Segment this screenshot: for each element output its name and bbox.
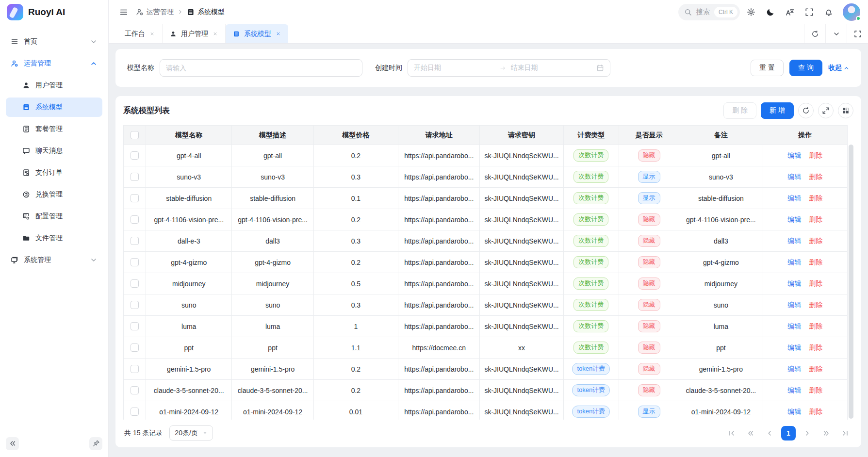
row-checkbox[interactable] bbox=[131, 279, 139, 288]
next-group-button[interactable] bbox=[819, 426, 834, 441]
close-icon[interactable] bbox=[276, 31, 281, 36]
settings-button[interactable] bbox=[743, 4, 759, 20]
sidebar-item-package-management[interactable]: 套餐管理 bbox=[6, 119, 102, 139]
model-name-input[interactable] bbox=[160, 59, 362, 77]
cell-model-desc: ppt bbox=[232, 337, 313, 359]
brand[interactable]: Ruoyi AI bbox=[0, 0, 108, 24]
global-search[interactable]: 搜索 Ctrl K bbox=[678, 4, 740, 20]
pin-sidebar-button[interactable] bbox=[89, 437, 102, 450]
sidebar-item-chat-messages[interactable]: 聊天消息 bbox=[6, 141, 102, 161]
delete-button[interactable]: 删 除 bbox=[723, 102, 756, 119]
edit-link[interactable]: 编辑 bbox=[787, 343, 801, 351]
table-scrollbar[interactable] bbox=[849, 145, 853, 419]
sidebar-item-system-management[interactable]: 系统管理 bbox=[6, 250, 102, 270]
breadcrumb-section[interactable]: 运营管理 bbox=[136, 8, 174, 16]
column-settings-button[interactable] bbox=[838, 103, 853, 118]
edit-link[interactable]: 编辑 bbox=[787, 322, 801, 330]
edit-link[interactable]: 编辑 bbox=[787, 237, 801, 245]
delete-link[interactable]: 删除 bbox=[809, 386, 822, 394]
select-all-checkbox[interactable] bbox=[131, 131, 139, 139]
edit-link[interactable]: 编辑 bbox=[787, 215, 801, 223]
close-icon[interactable] bbox=[149, 31, 155, 36]
row-checkbox[interactable] bbox=[131, 408, 139, 416]
edit-link[interactable]: 编辑 bbox=[787, 194, 801, 202]
page-number-button[interactable]: 1 bbox=[781, 426, 796, 441]
tab-menu-button[interactable] bbox=[825, 24, 847, 43]
delete-link[interactable]: 删除 bbox=[809, 279, 822, 287]
close-icon[interactable] bbox=[213, 31, 218, 36]
row-checkbox[interactable] bbox=[131, 258, 139, 266]
row-checkbox[interactable] bbox=[131, 151, 139, 160]
edit-link[interactable]: 编辑 bbox=[787, 408, 801, 415]
cell-model-price: 0.1 bbox=[313, 188, 398, 209]
sidebar-item-user-management[interactable]: 用户管理 bbox=[6, 76, 102, 95]
edit-link[interactable]: 编辑 bbox=[787, 151, 801, 159]
table-container: 模型名称 模型描述 模型价格 请求地址 请求密钥 计费类型 是否显示 备注 操作 bbox=[123, 125, 853, 420]
delete-link[interactable]: 删除 bbox=[809, 365, 822, 373]
row-checkbox[interactable] bbox=[131, 215, 139, 224]
collapse-filter-link[interactable]: 收起 bbox=[828, 64, 850, 72]
notifications-button[interactable] bbox=[820, 4, 837, 20]
edit-link[interactable]: 编辑 bbox=[787, 279, 801, 287]
query-button[interactable]: 查 询 bbox=[789, 60, 822, 76]
edit-link[interactable]: 编辑 bbox=[787, 365, 801, 373]
sidebar-item-config-management[interactable]: 配置管理 bbox=[6, 207, 102, 226]
edit-link[interactable]: 编辑 bbox=[787, 258, 801, 266]
next-page-button[interactable] bbox=[800, 426, 815, 441]
row-checkbox[interactable] bbox=[131, 343, 139, 352]
page-size-select[interactable]: 20条/页 bbox=[169, 425, 213, 441]
tab-user-management[interactable]: 用户管理 bbox=[163, 24, 226, 43]
cell-actions: 编辑删除 bbox=[763, 252, 847, 273]
row-checkbox[interactable] bbox=[131, 301, 139, 309]
row-checkbox[interactable] bbox=[131, 237, 139, 245]
breadcrumb-page[interactable]: 系统模型 bbox=[187, 8, 225, 16]
menu-toggle-button[interactable] bbox=[116, 5, 131, 19]
refresh-table-button[interactable] bbox=[798, 103, 814, 118]
delete-link[interactable]: 删除 bbox=[809, 408, 822, 415]
expand-table-button[interactable] bbox=[818, 103, 834, 118]
bell-icon bbox=[824, 8, 833, 16]
prev-group-button[interactable] bbox=[743, 426, 758, 441]
date-range-picker[interactable]: 开始日期 结束日期 bbox=[408, 59, 610, 77]
row-checkbox[interactable] bbox=[131, 386, 139, 394]
language-button[interactable] bbox=[782, 4, 798, 20]
cell-actions: 编辑删除 bbox=[763, 273, 847, 294]
refresh-page-button[interactable] bbox=[804, 24, 825, 43]
sidebar-item-redeem-management[interactable]: 兑换管理 bbox=[6, 185, 102, 204]
dark-mode-button[interactable] bbox=[762, 4, 779, 20]
delete-link[interactable]: 删除 bbox=[809, 343, 822, 351]
collapse-sidebar-button[interactable] bbox=[6, 437, 19, 450]
sidebar-item-system-model[interactable]: 系统模型 bbox=[6, 98, 102, 117]
sidebar-item-payment-orders[interactable]: 支付订单 bbox=[6, 163, 102, 182]
fullscreen-button[interactable] bbox=[801, 4, 818, 20]
user-avatar[interactable] bbox=[843, 3, 860, 21]
sidebar-item-home[interactable]: 首页 bbox=[6, 32, 102, 51]
delete-link[interactable]: 删除 bbox=[809, 215, 822, 223]
add-button[interactable]: 新 增 bbox=[761, 102, 794, 119]
prev-page-button[interactable] bbox=[762, 426, 777, 441]
edit-link[interactable]: 编辑 bbox=[787, 386, 801, 394]
row-checkbox[interactable] bbox=[131, 365, 139, 373]
row-checkbox[interactable] bbox=[131, 322, 139, 330]
delete-link[interactable]: 删除 bbox=[809, 151, 822, 159]
content-fullscreen-button[interactable] bbox=[847, 24, 868, 43]
row-checkbox[interactable] bbox=[131, 173, 139, 181]
sidebar-item-file-management[interactable]: 文件管理 bbox=[6, 228, 102, 248]
sidebar-item-operations[interactable]: 运营管理 bbox=[6, 54, 102, 73]
delete-link[interactable]: 删除 bbox=[809, 173, 822, 180]
delete-link[interactable]: 删除 bbox=[809, 301, 822, 309]
edit-link[interactable]: 编辑 bbox=[787, 173, 801, 180]
tab-system-model[interactable]: 系统模型 bbox=[226, 24, 288, 43]
scrollbar-thumb[interactable] bbox=[849, 145, 853, 419]
delete-link[interactable]: 删除 bbox=[809, 194, 822, 202]
tab-label: 工作台 bbox=[125, 30, 145, 38]
delete-link[interactable]: 删除 bbox=[809, 322, 822, 330]
tab-workbench[interactable]: 工作台 bbox=[117, 24, 163, 43]
first-page-button[interactable] bbox=[724, 426, 739, 441]
delete-link[interactable]: 删除 bbox=[809, 237, 822, 245]
last-page-button[interactable] bbox=[838, 426, 852, 441]
delete-link[interactable]: 删除 bbox=[809, 258, 822, 266]
reset-button[interactable]: 重 置 bbox=[751, 60, 784, 76]
row-checkbox[interactable] bbox=[131, 194, 139, 202]
edit-link[interactable]: 编辑 bbox=[787, 301, 801, 309]
